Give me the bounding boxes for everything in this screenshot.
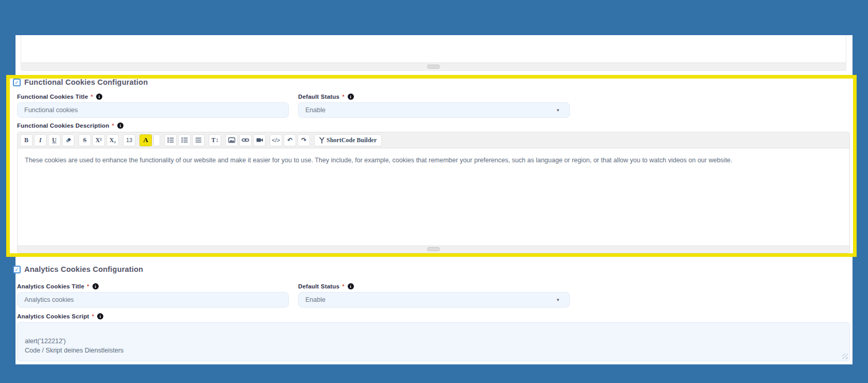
insert-image-button[interactable]: [225, 134, 238, 146]
info-icon[interactable]: i: [348, 283, 354, 289]
check-icon: ✓: [14, 267, 19, 272]
script-style-group: S X¹ X₂: [79, 134, 119, 146]
analytics-title-input[interactable]: Analytics cookies: [17, 292, 289, 308]
insert-video-button[interactable]: [253, 134, 266, 146]
analytics-script-label: Analytics Cookies Script: [17, 313, 89, 319]
page: ✓ Functional Cookies Configuration Funct…: [0, 0, 868, 383]
info-icon[interactable]: i: [96, 94, 102, 100]
numbered-list-icon: [181, 136, 188, 144]
italic-button[interactable]: I: [34, 134, 47, 146]
superscript-button[interactable]: X¹: [92, 134, 105, 146]
redo-button[interactable]: ↷: [298, 134, 310, 146]
analytics-title-label-row: Analytics Cookies Title* i: [17, 283, 99, 289]
ordered-list-button[interactable]: [178, 134, 191, 146]
eraser-icon: [65, 136, 72, 144]
shortcode-builder-icon: [319, 137, 324, 144]
align-justify-icon: [195, 136, 202, 144]
previous-editor-bottom[interactable]: [21, 35, 846, 71]
clear-format-button[interactable]: [62, 134, 74, 146]
image-icon: [228, 136, 236, 144]
insert-group: [225, 134, 266, 146]
font-size-group: 13: [123, 134, 135, 146]
default-status-label: Default Status: [298, 94, 339, 100]
analytics-section-heading: Analytics Cookies Configuration: [24, 265, 143, 273]
redo-icon: ↷: [301, 136, 306, 144]
functional-section-checkbox[interactable]: ✓: [13, 79, 21, 86]
functional-title-label: Functional Cookies Title: [17, 94, 88, 100]
functional-description-label: Functional Cookies Description: [17, 122, 110, 129]
info-icon[interactable]: i: [92, 283, 99, 289]
color-picker-toggle[interactable]: [153, 134, 160, 146]
info-icon[interactable]: i: [348, 94, 354, 100]
editor-statusbar: [21, 63, 846, 70]
chevron-down-icon: ▼: [556, 298, 560, 302]
insert-link-button[interactable]: [239, 134, 252, 146]
editor-toolbar: B I U S X¹ X₂ 13: [18, 132, 849, 148]
functional-description-content[interactable]: These cookies are used to enhance the fu…: [18, 148, 849, 246]
font-size-button[interactable]: 13: [123, 134, 135, 146]
functional-title-label-row: Functional Cookies Title* i: [17, 94, 102, 100]
functional-status-label-row: Default Status* i: [298, 94, 354, 100]
code-view-button[interactable]: </>: [270, 134, 282, 146]
editor-resize-handle[interactable]: [427, 65, 440, 69]
paragraph-align-button[interactable]: [192, 134, 205, 146]
chevron-down-icon: ▼: [556, 108, 560, 113]
undo-icon: ↶: [287, 136, 292, 144]
required-mark: *: [87, 283, 89, 289]
font-color-group: A: [140, 134, 160, 146]
analytics-script-textarea[interactable]: alert('122212') Code / Skript deines Die…: [17, 322, 850, 361]
font-style-group: B I U: [20, 134, 74, 146]
functional-section-heading: Functional Cookies Configuration: [24, 78, 148, 86]
analytics-script-label-row: Analytics Cookies Script* i: [17, 313, 103, 319]
undo-button[interactable]: ↶: [284, 134, 296, 146]
link-icon: [241, 136, 250, 144]
code-history-group: </> ↶ ↷: [270, 134, 310, 146]
default-status-label: Default Status: [298, 283, 339, 289]
required-mark: *: [342, 283, 344, 289]
editor-resize-handle[interactable]: [427, 247, 440, 251]
check-icon: ✓: [14, 80, 19, 85]
functional-description-editor: B I U S X¹ X₂ 13: [17, 132, 850, 253]
shortcode-builder-button[interactable]: ShortCode Builder: [314, 134, 382, 146]
line-height-button[interactable]: T↕: [209, 134, 221, 146]
functional-description-label-row: Functional Cookies Description* i: [17, 122, 123, 129]
info-icon[interactable]: i: [117, 122, 123, 129]
required-mark: *: [112, 122, 114, 129]
shortcode-group: ShortCode Builder: [314, 134, 382, 146]
line-height-group: T↕: [209, 134, 221, 146]
required-mark: *: [342, 94, 344, 100]
required-mark: *: [91, 94, 93, 100]
video-icon: [256, 136, 264, 144]
required-mark: *: [92, 313, 94, 319]
analytics-status-select[interactable]: Enable ▼: [298, 292, 570, 308]
analytics-section-checkbox[interactable]: ✓: [13, 266, 21, 273]
analytics-status-label-row: Default Status* i: [298, 283, 354, 289]
list-group: [164, 134, 205, 146]
editor-statusbar: [18, 246, 849, 253]
font-color-button[interactable]: A: [140, 134, 152, 146]
underline-button[interactable]: U: [48, 134, 60, 146]
unordered-list-button[interactable]: [164, 134, 177, 146]
functional-title-input[interactable]: Functional cookies: [17, 102, 289, 118]
bold-button[interactable]: B: [20, 134, 33, 146]
subscript-button[interactable]: X₂: [106, 134, 119, 146]
selected-option: Enable: [305, 296, 326, 303]
selected-option: Enable: [305, 106, 326, 114]
info-icon[interactable]: i: [97, 313, 103, 319]
analytics-title-label: Analytics Cookies Title: [17, 283, 84, 289]
bullet-list-icon: [167, 136, 174, 144]
strikethrough-button[interactable]: S: [79, 134, 91, 146]
resize-grip-icon[interactable]: [842, 354, 848, 359]
functional-status-select[interactable]: Enable ▼: [298, 102, 570, 118]
